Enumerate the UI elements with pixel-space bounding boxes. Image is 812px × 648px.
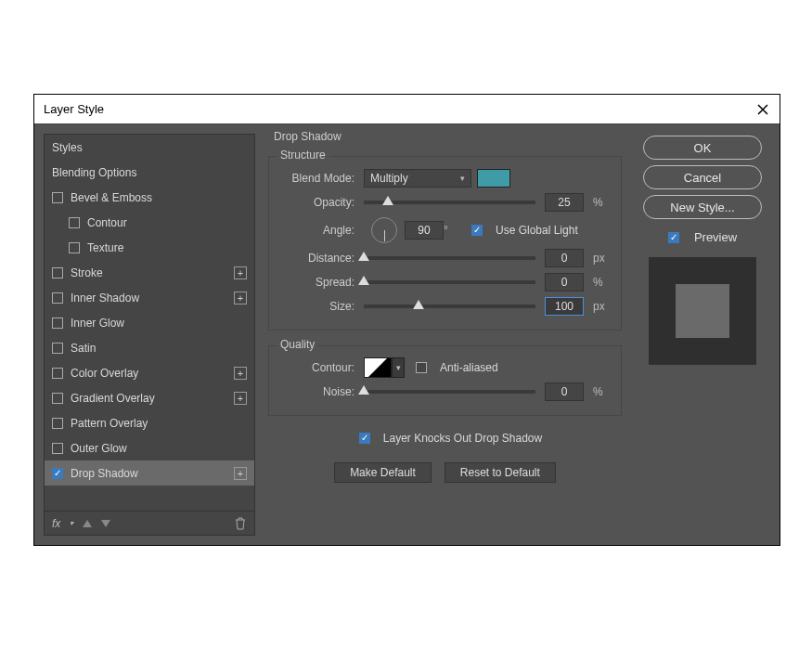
- settings-panel: Drop Shadow Structure Blend Mode: Multip…: [263, 134, 627, 536]
- sidebar-styles[interactable]: Styles: [45, 135, 254, 160]
- sidebar-item-contour[interactable]: Contour: [45, 210, 254, 235]
- quality-label: Quality: [277, 338, 318, 351]
- use-global-light-checkbox[interactable]: Use Global Light: [471, 224, 578, 237]
- spread-label: Spread:: [280, 276, 364, 289]
- checkbox-icon[interactable]: [52, 418, 63, 429]
- checkbox-icon[interactable]: [52, 368, 63, 379]
- opacity-label: Opacity:: [280, 196, 364, 209]
- checkbox-icon[interactable]: [69, 217, 80, 228]
- panel-title: Drop Shadow: [272, 130, 343, 143]
- checkbox-icon[interactable]: [52, 343, 63, 354]
- close-button[interactable]: [755, 102, 770, 117]
- blend-mode-select[interactable]: Multiply ▾: [364, 169, 471, 188]
- size-label: Size:: [280, 300, 364, 313]
- sidebar-item-bevel-emboss[interactable]: Bevel & Emboss: [45, 185, 254, 210]
- sidebar-item-pattern-overlay[interactable]: Pattern Overlay: [45, 410, 254, 435]
- add-effect-icon[interactable]: +: [234, 467, 247, 480]
- opacity-input[interactable]: 25: [545, 193, 584, 212]
- sidebar-item-gradient-overlay[interactable]: Gradient Overlay+: [45, 385, 254, 410]
- sidebar-item-label: Stroke: [71, 266, 234, 279]
- sidebar-item-label: Gradient Overlay: [71, 392, 234, 405]
- noise-input[interactable]: 0: [545, 382, 584, 401]
- contour-chevron-icon[interactable]: ▾: [392, 357, 405, 378]
- add-effect-icon[interactable]: +: [234, 367, 247, 380]
- sidebar-item-satin[interactable]: Satin: [45, 335, 254, 360]
- checkbox-icon[interactable]: [52, 318, 63, 329]
- size-input[interactable]: 100: [545, 297, 584, 316]
- anti-aliased-checkbox[interactable]: Anti-aliased: [416, 361, 498, 374]
- preview-checkbox[interactable]: Preview: [668, 230, 737, 244]
- sidebar-item-label: Texture: [87, 241, 247, 254]
- sidebar-item-color-overlay[interactable]: Color Overlay+: [45, 360, 254, 385]
- move-down-icon[interactable]: [101, 520, 110, 527]
- dialog-title: Layer Style: [44, 102, 104, 116]
- blend-mode-label: Blend Mode:: [280, 172, 364, 185]
- checkbox-icon: [471, 225, 483, 236]
- structure-label: Structure: [277, 149, 329, 162]
- checkbox-icon[interactable]: [52, 292, 63, 304]
- sidebar-item-label: Pattern Overlay: [71, 417, 247, 430]
- cancel-button[interactable]: Cancel: [643, 165, 762, 189]
- structure-group: Structure Blend Mode: Multiply ▾ Opacity…: [268, 156, 622, 330]
- sidebar-item-outer-glow[interactable]: Outer Glow: [45, 435, 254, 460]
- opacity-slider[interactable]: [364, 201, 535, 204]
- sidebar-item-inner-glow[interactable]: Inner Glow: [45, 310, 254, 335]
- checkbox-icon[interactable]: [52, 267, 63, 279]
- titlebar: Layer Style: [34, 95, 780, 124]
- checkbox-icon[interactable]: [52, 443, 63, 454]
- sidebar-item-label: Color Overlay: [71, 367, 234, 380]
- sidebar-item-texture[interactable]: Texture: [45, 235, 254, 260]
- noise-label: Noise:: [280, 385, 364, 398]
- checkbox-icon: [416, 362, 427, 373]
- sidebar-blending-options[interactable]: Blending Options: [45, 160, 254, 185]
- sidebar-item-label: Inner Glow: [71, 317, 247, 330]
- spread-input[interactable]: 0: [545, 273, 584, 292]
- checkbox-icon[interactable]: [52, 393, 63, 404]
- checkbox-icon[interactable]: [52, 192, 63, 203]
- checkbox-icon[interactable]: [52, 468, 63, 479]
- sidebar-item-label: Contour: [87, 216, 247, 229]
- checkbox-icon: [359, 433, 370, 444]
- ok-button[interactable]: OK: [643, 136, 762, 160]
- angle-input[interactable]: 90: [405, 221, 444, 240]
- sidebar-item-inner-shadow[interactable]: Inner Shadow+: [45, 285, 254, 310]
- size-slider[interactable]: [364, 305, 535, 308]
- right-panel: OK Cancel New Style... Preview: [635, 134, 770, 536]
- angle-dial[interactable]: [371, 217, 397, 243]
- fx-chevron-icon[interactable]: ▾: [70, 519, 73, 527]
- sidebar-item-label: Outer Glow: [71, 442, 247, 455]
- add-effect-icon[interactable]: +: [234, 392, 247, 405]
- knockout-checkbox[interactable]: Layer Knocks Out Drop Shadow: [359, 432, 542, 445]
- add-effect-icon[interactable]: +: [234, 266, 247, 279]
- sidebar-item-label: Bevel & Emboss: [71, 191, 247, 204]
- checkbox-icon[interactable]: [69, 242, 80, 253]
- trash-icon[interactable]: [234, 517, 247, 530]
- move-up-icon[interactable]: [83, 520, 92, 527]
- chevron-down-icon: ▾: [460, 174, 465, 183]
- noise-slider[interactable]: [364, 390, 535, 394]
- preview-inner: [676, 284, 729, 338]
- layer-style-dialog: Layer Style Styles Blending Options Beve…: [33, 94, 780, 546]
- sidebar-item-label: Satin: [71, 342, 247, 355]
- distance-input[interactable]: 0: [545, 249, 584, 267]
- fx-menu[interactable]: fx: [52, 517, 60, 530]
- sidebar-footer: fx ▾: [45, 511, 254, 535]
- distance-slider[interactable]: [364, 256, 535, 260]
- sidebar-item-stroke[interactable]: Stroke+: [45, 260, 254, 285]
- sidebar-item-label: Drop Shadow: [71, 467, 234, 480]
- quality-group: Quality Contour: ▾ Anti-aliased Noise: 0: [268, 345, 622, 416]
- contour-picker[interactable]: [364, 357, 392, 378]
- shadow-color-swatch[interactable]: [477, 169, 510, 188]
- angle-label: Angle:: [280, 224, 364, 237]
- preview-thumbnail: [649, 257, 756, 365]
- effects-sidebar: Styles Blending Options Bevel & EmbossCo…: [44, 134, 255, 536]
- add-effect-icon[interactable]: +: [234, 292, 247, 305]
- sidebar-item-drop-shadow[interactable]: Drop Shadow+: [45, 460, 254, 486]
- sidebar-item-label: Inner Shadow: [71, 292, 234, 305]
- new-style-button[interactable]: New Style...: [643, 195, 762, 219]
- spread-slider[interactable]: [364, 280, 535, 284]
- make-default-button[interactable]: Make Default: [334, 462, 432, 483]
- checkbox-icon: [668, 232, 679, 243]
- reset-default-button[interactable]: Reset to Default: [445, 462, 556, 483]
- contour-label: Contour:: [280, 361, 364, 374]
